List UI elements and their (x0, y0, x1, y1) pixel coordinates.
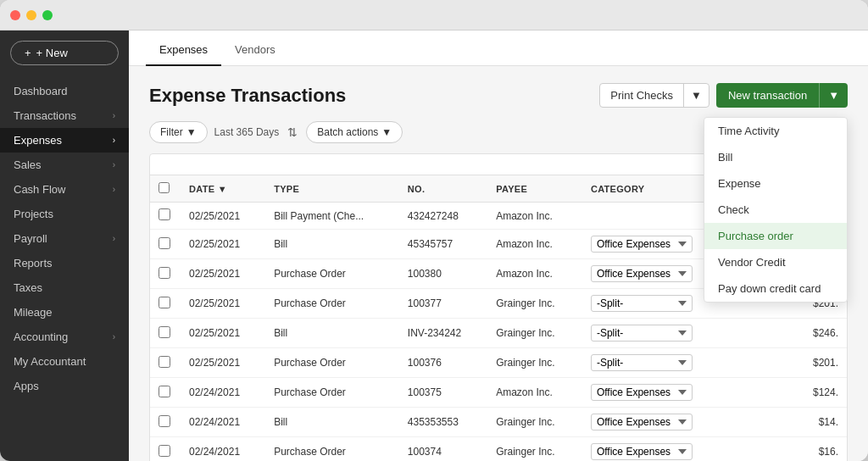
dropdown-item-time-activity[interactable]: Time Activity (704, 118, 847, 144)
table-row: 02/24/2021Purchase Order100374Grainger I… (150, 437, 847, 462)
category-select[interactable]: Office Expenses-Split-AdvertisingUtiliti… (591, 414, 693, 430)
page-title: Expense Transactions (149, 85, 346, 107)
sidebar-item-cash-flow[interactable]: Cash Flow › (0, 177, 129, 202)
row-memo (731, 408, 789, 437)
category-select[interactable]: Office Expenses-Split-AdvertisingUtiliti… (591, 354, 693, 371)
row-checkbox[interactable] (159, 297, 170, 308)
batch-actions-button[interactable]: Batch actions ▼ (306, 121, 403, 143)
col-payee: PAYEE (487, 175, 582, 203)
row-date: 02/25/2021 (181, 319, 265, 348)
category-select[interactable]: Office Expenses-Split-AdvertisingUtiliti… (591, 295, 693, 312)
row-checkbox[interactable] (159, 445, 170, 457)
row-checkbox[interactable] (159, 267, 170, 279)
chevron-right-icon: › (113, 160, 115, 169)
sidebar-item-apps[interactable]: Apps (0, 374, 129, 398)
row-type: Purchase Order (265, 289, 399, 319)
dropdown-item-expense[interactable]: Expense (704, 170, 847, 197)
category-select[interactable]: Office Expenses-Split-AdvertisingUtiliti… (591, 265, 693, 282)
filter-button[interactable]: Filter ▼ (149, 121, 208, 143)
row-date: 02/24/2021 (181, 408, 265, 437)
row-checkbox[interactable] (159, 326, 170, 338)
maximize-button[interactable] (42, 10, 53, 20)
cash-flow-label: Cash Flow (14, 183, 65, 196)
sidebar-item-mileage[interactable]: Mileage (0, 300, 129, 325)
dropdown-item-purchase-order[interactable]: Purchase order (704, 223, 847, 249)
new-transaction-arrow-icon[interactable]: ▼ (819, 83, 848, 108)
taxes-label: Taxes (14, 281, 42, 294)
row-payee: Amazon Inc. (487, 259, 582, 289)
dropdown-item-bill[interactable]: Bill (704, 144, 847, 170)
row-date: 02/24/2021 (181, 437, 265, 462)
print-checks-button[interactable]: Print Checks ▼ (599, 83, 709, 108)
new-transaction-dropdown: Time ActivityBillExpenseCheckPurchase or… (704, 117, 848, 303)
sidebar-item-projects[interactable]: Projects (0, 202, 129, 226)
row-payee: Grainger Inc. (487, 348, 582, 378)
chevron-right-icon: › (113, 136, 115, 145)
new-transaction-label: New transaction (716, 83, 819, 108)
close-button[interactable] (10, 10, 20, 20)
sidebar-item-expenses[interactable]: Expenses › (0, 128, 129, 153)
row-date: 02/25/2021 (181, 203, 265, 230)
row-date: 02/25/2021 (181, 230, 265, 259)
row-type: Purchase Order (265, 259, 399, 289)
tab-expenses[interactable]: Expenses (146, 35, 221, 66)
sidebar-item-my-accountant[interactable]: My Accountant (0, 349, 129, 374)
row-number: 100380 (399, 259, 487, 289)
row-type: Purchase Order (265, 378, 399, 408)
row-category: Office Expenses-Split-AdvertisingUtiliti… (582, 437, 731, 462)
reports-label: Reports (14, 257, 53, 269)
sidebar-item-dashboard[interactable]: Dashboard (0, 79, 129, 103)
sidebar-item-reports[interactable]: Reports (0, 251, 129, 275)
sales-label: Sales (14, 158, 42, 171)
row-number: 100376 (399, 348, 487, 378)
table-row: 02/24/2021Bill435353553Grainger Inc.Offi… (150, 408, 847, 437)
row-checkbox[interactable] (159, 208, 170, 220)
row-amount: $16. (789, 437, 847, 462)
row-amount: $14. (789, 408, 847, 437)
sidebar-item-payroll[interactable]: Payroll › (0, 226, 129, 251)
sidebar-item-taxes[interactable]: Taxes (0, 275, 129, 300)
table-row: 02/25/2021Purchase Order100376Grainger I… (150, 348, 847, 378)
row-type: Bill (265, 408, 399, 437)
row-number: 100377 (399, 289, 487, 319)
row-date: 02/25/2021 (181, 259, 265, 289)
dropdown-item-pay-down-credit-card[interactable]: Pay down credit card (704, 275, 847, 302)
dropdown-item-vendor-credit[interactable]: Vendor Credit (704, 249, 847, 275)
filter-arrow-icon: ▼ (186, 126, 197, 138)
print-checks-arrow-icon[interactable]: ▼ (683, 84, 709, 107)
row-payee: Amazon Inc. (487, 230, 582, 259)
row-payee: Amazon Inc. (487, 378, 582, 408)
projects-label: Projects (14, 208, 53, 220)
new-button[interactable]: + + New (10, 41, 119, 65)
tab-vendors[interactable]: Vendors (221, 35, 289, 66)
row-checkbox[interactable] (159, 356, 170, 368)
row-payee: Grainger Inc. (487, 437, 582, 462)
table-row: 02/24/2021Purchase Order100375Amazon Inc… (150, 378, 847, 408)
row-checkbox[interactable] (159, 415, 170, 427)
transactions-label: Transactions (14, 109, 76, 122)
row-date: 02/24/2021 (181, 378, 265, 408)
row-checkbox[interactable] (159, 237, 170, 249)
chevron-right-icon: › (113, 111, 115, 120)
sidebar-item-transactions[interactable]: Transactions › (0, 103, 129, 128)
row-amount: $201. (789, 348, 847, 378)
category-select[interactable]: Office Expenses-Split-AdvertisingUtiliti… (591, 236, 693, 253)
plus-icon: + (25, 47, 31, 59)
chevron-right-icon: › (113, 185, 115, 194)
sidebar-item-accounting[interactable]: Accounting › (0, 325, 129, 349)
category-select[interactable]: Office Expenses-Split-AdvertisingUtiliti… (591, 384, 693, 401)
minimize-button[interactable] (26, 10, 36, 20)
dropdown-item-check[interactable]: Check (704, 197, 847, 223)
category-select[interactable]: Office Expenses-Split-AdvertisingUtiliti… (591, 325, 693, 342)
select-all-checkbox[interactable] (159, 182, 170, 193)
col-date: DATE ▼ (181, 175, 265, 203)
row-checkbox[interactable] (159, 386, 170, 397)
accounting-label: Accounting (14, 330, 68, 343)
mileage-label: Mileage (14, 306, 53, 319)
batch-actions-arrow-icon: ▼ (381, 126, 392, 138)
category-select[interactable]: Office Expenses-Split-AdvertisingUtiliti… (591, 443, 693, 460)
row-number: 45345757 (399, 230, 487, 259)
new-transaction-button[interactable]: New transaction ▼ (716, 83, 848, 108)
sidebar-item-sales[interactable]: Sales › (0, 153, 129, 177)
table-row: 02/25/2021BillINV-234242Grainger Inc.Off… (150, 319, 847, 348)
